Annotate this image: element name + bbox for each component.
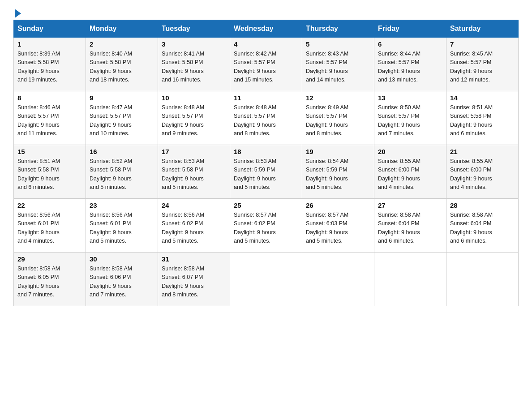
header-monday: Monday [86, 20, 158, 38]
calendar-cell: 8Sunrise: 8:46 AMSunset: 5:57 PMDaylight… [14, 91, 86, 145]
header-thursday: Thursday [302, 20, 374, 38]
calendar-cell: 17Sunrise: 8:53 AMSunset: 5:58 PMDayligh… [158, 145, 230, 199]
header-friday: Friday [374, 20, 446, 38]
calendar-cell: 24Sunrise: 8:56 AMSunset: 6:02 PMDayligh… [158, 199, 230, 253]
day-info: Sunrise: 8:39 AMSunset: 5:58 PMDaylight:… [17, 50, 82, 85]
day-number: 7 [450, 40, 515, 48]
day-info: Sunrise: 8:41 AMSunset: 5:58 PMDaylight:… [162, 50, 226, 85]
calendar-cell: 7Sunrise: 8:45 AMSunset: 5:57 PMDaylight… [446, 38, 519, 91]
day-number: 11 [234, 94, 298, 102]
day-info: Sunrise: 8:54 AMSunset: 5:59 PMDaylight:… [306, 157, 370, 192]
day-info: Sunrise: 8:58 AMSunset: 6:06 PMDaylight:… [90, 265, 154, 300]
week-row-2: 8Sunrise: 8:46 AMSunset: 5:57 PMDaylight… [14, 91, 519, 145]
calendar-cell: 19Sunrise: 8:54 AMSunset: 5:59 PMDayligh… [302, 145, 374, 199]
calendar-cell: 1Sunrise: 8:39 AMSunset: 5:58 PMDaylight… [14, 38, 86, 91]
day-info: Sunrise: 8:49 AMSunset: 5:57 PMDaylight:… [306, 103, 370, 138]
calendar-cell: 31Sunrise: 8:58 AMSunset: 6:07 PMDayligh… [158, 253, 230, 306]
calendar-cell: 3Sunrise: 8:41 AMSunset: 5:58 PMDaylight… [158, 38, 230, 91]
calendar-cell: 11Sunrise: 8:48 AMSunset: 5:57 PMDayligh… [230, 91, 302, 145]
header-tuesday: Tuesday [158, 20, 230, 38]
calendar-cell: 25Sunrise: 8:57 AMSunset: 6:02 PMDayligh… [230, 199, 302, 253]
day-number: 10 [162, 94, 226, 102]
day-number: 25 [234, 201, 298, 209]
day-info: Sunrise: 8:57 AMSunset: 6:03 PMDaylight:… [306, 211, 370, 246]
day-info: Sunrise: 8:56 AMSunset: 6:01 PMDaylight:… [17, 211, 82, 246]
day-info: Sunrise: 8:58 AMSunset: 6:07 PMDaylight:… [162, 265, 226, 300]
calendar-cell: 28Sunrise: 8:58 AMSunset: 6:04 PMDayligh… [446, 199, 519, 253]
day-number: 24 [162, 201, 226, 209]
day-number: 3 [162, 40, 226, 48]
day-number: 8 [17, 94, 82, 102]
day-info: Sunrise: 8:48 AMSunset: 5:57 PMDaylight:… [162, 103, 226, 138]
day-number: 26 [306, 201, 370, 209]
day-info: Sunrise: 8:50 AMSunset: 5:57 PMDaylight:… [378, 103, 442, 138]
calendar-cell: 10Sunrise: 8:48 AMSunset: 5:57 PMDayligh… [158, 91, 230, 145]
day-info: Sunrise: 8:53 AMSunset: 5:59 PMDaylight:… [234, 157, 298, 192]
calendar-cell: 29Sunrise: 8:58 AMSunset: 6:05 PMDayligh… [14, 253, 86, 306]
day-number: 27 [378, 201, 442, 209]
logo [13, 9, 22, 15]
day-info: Sunrise: 8:55 AMSunset: 6:00 PMDaylight:… [378, 157, 442, 192]
calendar-cell: 9Sunrise: 8:47 AMSunset: 5:57 PMDaylight… [86, 91, 158, 145]
calendar-cell: 22Sunrise: 8:56 AMSunset: 6:01 PMDayligh… [14, 199, 86, 253]
calendar-cell: 23Sunrise: 8:56 AMSunset: 6:01 PMDayligh… [86, 199, 158, 253]
calendar-cell: 16Sunrise: 8:52 AMSunset: 5:58 PMDayligh… [86, 145, 158, 199]
header-sunday: Sunday [14, 20, 86, 38]
day-number: 9 [90, 94, 154, 102]
day-info: Sunrise: 8:56 AMSunset: 6:02 PMDaylight:… [162, 211, 226, 246]
day-info: Sunrise: 8:57 AMSunset: 6:02 PMDaylight:… [234, 211, 298, 246]
calendar-cell: 30Sunrise: 8:58 AMSunset: 6:06 PMDayligh… [86, 253, 158, 306]
calendar-cell: 27Sunrise: 8:58 AMSunset: 6:04 PMDayligh… [374, 199, 446, 253]
header-wednesday: Wednesday [230, 20, 302, 38]
calendar-header: SundayMondayTuesdayWednesdayThursdayFrid… [14, 20, 519, 38]
day-info: Sunrise: 8:43 AMSunset: 5:57 PMDaylight:… [306, 50, 370, 85]
day-number: 12 [306, 94, 370, 102]
day-number: 4 [234, 40, 298, 48]
day-number: 19 [306, 148, 370, 155]
day-number: 15 [17, 148, 82, 155]
day-number: 1 [17, 40, 82, 48]
day-info: Sunrise: 8:53 AMSunset: 5:58 PMDaylight:… [162, 157, 226, 192]
header-row: SundayMondayTuesdayWednesdayThursdayFrid… [14, 20, 519, 38]
calendar-cell: 20Sunrise: 8:55 AMSunset: 6:00 PMDayligh… [374, 145, 446, 199]
day-number: 21 [450, 148, 515, 155]
header-saturday: Saturday [446, 20, 519, 38]
calendar-table: SundayMondayTuesdayWednesdayThursdayFrid… [13, 20, 519, 306]
day-number: 16 [90, 148, 154, 155]
day-info: Sunrise: 8:45 AMSunset: 5:57 PMDaylight:… [450, 50, 515, 85]
day-info: Sunrise: 8:47 AMSunset: 5:57 PMDaylight:… [90, 103, 154, 138]
day-number: 17 [162, 148, 226, 155]
day-info: Sunrise: 8:58 AMSunset: 6:04 PMDaylight:… [450, 211, 515, 246]
day-number: 28 [450, 201, 515, 209]
calendar-cell: 14Sunrise: 8:51 AMSunset: 5:58 PMDayligh… [446, 91, 519, 145]
week-row-1: 1Sunrise: 8:39 AMSunset: 5:58 PMDaylight… [14, 38, 519, 91]
day-info: Sunrise: 8:51 AMSunset: 5:58 PMDaylight:… [17, 157, 82, 192]
calendar-cell [446, 253, 519, 306]
calendar-cell: 2Sunrise: 8:40 AMSunset: 5:58 PMDaylight… [86, 38, 158, 91]
day-info: Sunrise: 8:42 AMSunset: 5:57 PMDaylight:… [234, 50, 298, 85]
week-row-4: 22Sunrise: 8:56 AMSunset: 6:01 PMDayligh… [14, 199, 519, 253]
calendar-cell [230, 253, 302, 306]
day-info: Sunrise: 8:52 AMSunset: 5:58 PMDaylight:… [90, 157, 154, 192]
day-number: 6 [378, 40, 442, 48]
week-row-5: 29Sunrise: 8:58 AMSunset: 6:05 PMDayligh… [14, 253, 519, 306]
day-number: 18 [234, 148, 298, 155]
calendar-body: 1Sunrise: 8:39 AMSunset: 5:58 PMDaylight… [14, 38, 519, 306]
calendar-cell [374, 253, 446, 306]
day-info: Sunrise: 8:40 AMSunset: 5:58 PMDaylight:… [90, 50, 154, 85]
calendar-cell: 26Sunrise: 8:57 AMSunset: 6:03 PMDayligh… [302, 199, 374, 253]
day-number: 29 [17, 255, 82, 263]
day-number: 31 [162, 255, 226, 263]
day-info: Sunrise: 8:48 AMSunset: 5:57 PMDaylight:… [234, 103, 298, 138]
calendar-cell [302, 253, 374, 306]
day-info: Sunrise: 8:44 AMSunset: 5:57 PMDaylight:… [378, 50, 442, 85]
day-info: Sunrise: 8:56 AMSunset: 6:01 PMDaylight:… [90, 211, 154, 246]
day-info: Sunrise: 8:51 AMSunset: 5:58 PMDaylight:… [450, 103, 515, 138]
calendar-cell: 6Sunrise: 8:44 AMSunset: 5:57 PMDaylight… [374, 38, 446, 91]
day-info: Sunrise: 8:55 AMSunset: 6:00 PMDaylight:… [450, 157, 515, 192]
calendar-cell: 13Sunrise: 8:50 AMSunset: 5:57 PMDayligh… [374, 91, 446, 145]
calendar-cell: 4Sunrise: 8:42 AMSunset: 5:57 PMDaylight… [230, 38, 302, 91]
calendar-cell: 5Sunrise: 8:43 AMSunset: 5:57 PMDaylight… [302, 38, 374, 91]
day-number: 20 [378, 148, 442, 155]
day-info: Sunrise: 8:46 AMSunset: 5:57 PMDaylight:… [17, 103, 82, 138]
